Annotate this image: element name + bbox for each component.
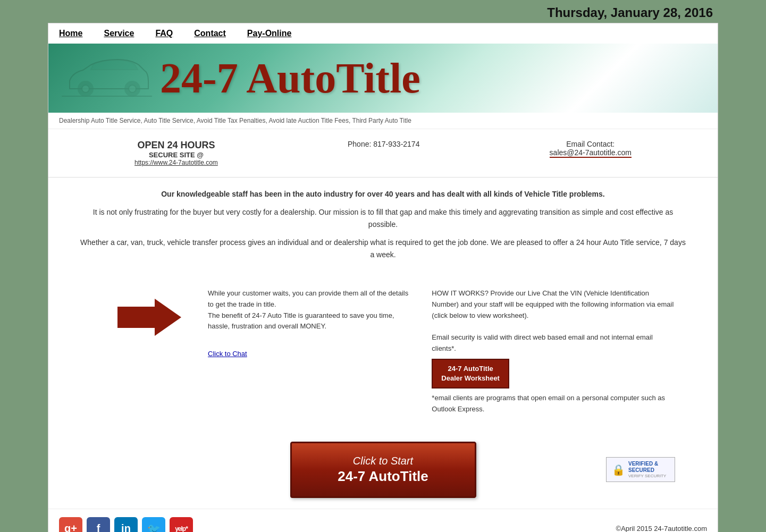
date-display: Thursday, January 28, 2016 bbox=[547, 5, 713, 20]
cta-section: Click to Start 24-7 AutoTitle 🔒 VERIFIED… bbox=[48, 431, 718, 509]
cta-line2: 24-7 AutoTitle bbox=[318, 468, 448, 486]
social-yelp-icon[interactable]: yelp* bbox=[170, 517, 193, 533]
cta-button[interactable]: Click to Start 24-7 AutoTitle bbox=[290, 442, 476, 498]
features-section: While your customer waits, you can provi… bbox=[48, 277, 718, 426]
date-bar: Thursday, January 28, 2016 bbox=[0, 0, 766, 23]
svg-point-3 bbox=[129, 85, 136, 92]
car-graphic bbox=[59, 52, 155, 105]
nav-contact[interactable]: Contact bbox=[194, 29, 226, 38]
nav-home[interactable]: Home bbox=[59, 29, 82, 38]
features-right-note: *email clients are programs that open em… bbox=[432, 393, 675, 415]
svg-point-1 bbox=[82, 85, 89, 92]
open-hours-label: OPEN 24 HOURS bbox=[134, 140, 218, 151]
lock-icon: 🔒 bbox=[612, 463, 625, 476]
site-url: https://www.24-7autotitle.com bbox=[134, 159, 218, 166]
nav-faq[interactable]: FAQ bbox=[155, 29, 173, 38]
features-right-security: Email security is valid with direct web … bbox=[432, 332, 675, 354]
social-twitter-icon[interactable]: 🐦 bbox=[142, 517, 165, 533]
right-arrow-icon bbox=[117, 299, 181, 336]
worksheet-btn-line1: 24-7 AutoTitle bbox=[441, 364, 500, 374]
social-facebook-icon[interactable]: f bbox=[87, 517, 110, 533]
features-left-text: While your customer waits, you can provi… bbox=[208, 288, 410, 332]
body-para1: Our knowledgeable staff has been in the … bbox=[80, 188, 686, 200]
info-row: OPEN 24 HOURS SECURE SITE @ https://www.… bbox=[48, 129, 718, 178]
body-para2: It is not only frustrating for the buyer… bbox=[80, 206, 686, 230]
phone-block: Phone: 817-933-2174 bbox=[348, 140, 419, 148]
verified-badge[interactable]: 🔒 VERIFIED & SECURED VERIFY SECURITY bbox=[606, 457, 675, 482]
banner: 24-7 AutoTitle bbox=[48, 44, 718, 113]
nav-pay-online[interactable]: Pay-Online bbox=[247, 29, 292, 38]
secure-site-label: SECURE SITE @ bbox=[134, 151, 218, 159]
body-para3: Whether a car, van, truck, vehicle trans… bbox=[80, 237, 686, 260]
social-section: g+ f in 🐦 yelp* ©April 2015 24-7autotitl… bbox=[48, 509, 718, 533]
email-label: Email Contact: bbox=[550, 140, 632, 148]
click-to-chat-link[interactable]: Click to Chat bbox=[208, 349, 247, 360]
verified-sub: VERIFY SECURITY bbox=[628, 474, 669, 478]
email-block: Email Contact: sales@24-7autotitle.com bbox=[550, 140, 632, 158]
features-right: HOW IT WORKS? Provide our Live Chat the … bbox=[432, 288, 675, 415]
main-content-box: Home Service FAQ Contact Pay-Online bbox=[48, 23, 718, 532]
tagline: Dealership Auto Title Service, Auto Titl… bbox=[48, 113, 718, 129]
social-icons-group: g+ f in 🐦 yelp* bbox=[59, 517, 193, 533]
worksheet-button[interactable]: 24-7 AutoTitle Dealer Worksheet bbox=[432, 359, 509, 389]
verified-label: VERIFIED & SECURED bbox=[628, 461, 669, 474]
social-googleplus-icon[interactable]: g+ bbox=[59, 517, 82, 533]
features-right-intro: HOW IT WORKS? Provide our Live Chat the … bbox=[432, 288, 675, 321]
body-text-section: Our knowledgeable staff has been in the … bbox=[48, 178, 718, 277]
arrow-area bbox=[112, 288, 187, 336]
worksheet-btn-line2: Dealer Worksheet bbox=[441, 374, 500, 383]
site-title: 24-7 AutoTitle bbox=[160, 54, 420, 103]
cta-line1: Click to Start bbox=[318, 454, 448, 468]
social-linkedin-icon[interactable]: in bbox=[114, 517, 138, 533]
phone-number: Phone: 817-933-2174 bbox=[348, 140, 419, 148]
copyright: ©April 2015 24-7autotitle.com bbox=[616, 525, 707, 532]
nav-service[interactable]: Service bbox=[104, 29, 134, 38]
hours-block: OPEN 24 HOURS SECURE SITE @ https://www.… bbox=[134, 140, 218, 166]
nav-bar: Home Service FAQ Contact Pay-Online bbox=[48, 23, 718, 44]
email-address[interactable]: sales@24-7autotitle.com bbox=[550, 148, 632, 157]
page-wrapper: Thursday, January 28, 2016 Home Service … bbox=[0, 0, 766, 532]
features-left: While your customer waits, you can provi… bbox=[208, 288, 410, 360]
